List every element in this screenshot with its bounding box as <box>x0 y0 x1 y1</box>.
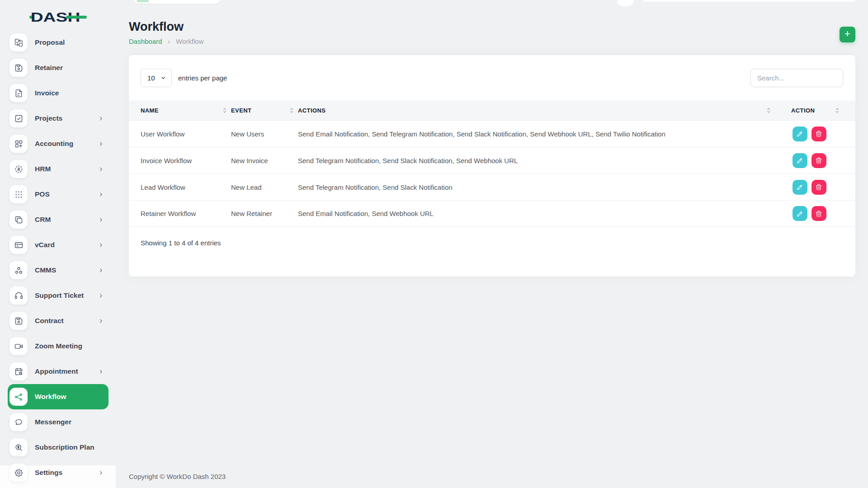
sidebar-item-invoice[interactable]: Invoice <box>8 80 108 106</box>
cell-action-buttons <box>775 127 844 141</box>
sort-icon <box>223 108 226 113</box>
sidebar-item-projects[interactable]: Projects <box>8 106 108 131</box>
column-header-label: ACTIONS <box>298 107 326 114</box>
copyright-text: Copyright © WorkDo Dash 2023 <box>129 473 226 480</box>
clipped-header-chip <box>617 0 634 6</box>
sidebar-item-label: Messenger <box>35 418 71 426</box>
cell-event: New Retainer <box>231 210 298 217</box>
app-frame: DASH Proposal Retainer Invoice Projects <box>0 0 868 488</box>
cell-name: User Workflow <box>141 130 231 138</box>
table-row: User Workflow New Users Send Email Notif… <box>129 120 855 147</box>
column-header-label: EVENT <box>231 107 251 114</box>
sidebar-item-retainer[interactable]: Retainer <box>8 55 108 80</box>
chat-icon <box>9 413 28 431</box>
sidebar-item-accounting[interactable]: Accounting <box>8 131 108 156</box>
chevron-right-icon <box>98 141 104 147</box>
entries-per-page-value: 10 <box>147 74 155 82</box>
sidebar-item-contract[interactable]: Contract <box>8 308 108 333</box>
sidebar-item-label: Support Ticket <box>35 291 84 300</box>
chevron-right-icon <box>98 267 104 273</box>
sidebar-item-pos[interactable]: POS <box>8 182 108 207</box>
delete-button[interactable] <box>811 153 826 168</box>
trash-icon <box>815 157 822 164</box>
clipped-header-pill <box>137 0 149 2</box>
sidebar-item-vcard[interactable]: vCard <box>8 232 108 258</box>
cell-action-buttons <box>775 206 844 221</box>
copy-icon <box>9 211 28 229</box>
cell-name: Retainer Workflow <box>141 210 231 217</box>
breadcrumb-dashboard-link[interactable]: Dashboard <box>129 38 162 45</box>
column-header-action[interactable]: ACTION <box>775 107 844 114</box>
edit-button[interactable] <box>793 180 807 195</box>
pencil-icon <box>796 210 803 217</box>
column-header-name[interactable]: NAME <box>141 107 231 114</box>
sidebar-item-label: Contract <box>35 317 64 325</box>
grid-add-icon <box>9 135 28 153</box>
calendar-clock-icon <box>9 362 28 380</box>
sidebar-item-label: HRM <box>35 165 51 173</box>
cell-action-buttons <box>775 153 844 168</box>
sidebar-item-workflow[interactable]: Workflow <box>8 384 108 409</box>
sidebar-item-label: Zoom Meeting <box>35 342 82 350</box>
share-nodes-icon <box>9 388 28 406</box>
sort-icon <box>290 108 293 113</box>
pencil-icon <box>796 183 803 191</box>
chevron-right-icon <box>98 242 104 248</box>
edit-button[interactable] <box>793 127 807 141</box>
delete-button[interactable] <box>811 180 826 195</box>
sidebar-item-appointment[interactable]: Appointment <box>8 359 108 384</box>
sort-icon <box>835 108 839 113</box>
chevron-right-icon <box>98 116 104 122</box>
workflow-table-card: 10 entries per page NAME EVENT ACTIONS <box>129 55 855 277</box>
column-header-event[interactable]: EVENT <box>231 107 298 114</box>
entries-per-page-label: entries per page <box>178 74 227 82</box>
table-header-row: NAME EVENT ACTIONS ACTION <box>129 100 855 120</box>
grid-dots-icon <box>9 185 28 203</box>
clipped-header-card <box>133 0 221 4</box>
dash-logo[interactable]: DASH <box>29 8 87 26</box>
table-row: Invoice Workflow New Invoice Send Telegr… <box>129 147 855 174</box>
sidebar-item-label: POS <box>35 190 50 198</box>
sidebar-item-hrm[interactable]: HRM <box>8 156 108 182</box>
floppy-icon <box>9 59 28 77</box>
sidebar-item-label: Accounting <box>35 140 73 148</box>
sidebar-item-proposal[interactable]: Proposal <box>8 30 108 55</box>
column-header-label: ACTION <box>791 107 815 114</box>
sidebar-item-label: Workflow <box>35 393 66 401</box>
pencil-icon <box>796 157 803 164</box>
sidebar-item-label: CRM <box>35 216 51 224</box>
entries-per-page-select[interactable]: 10 <box>141 69 172 87</box>
edit-button[interactable] <box>793 206 807 221</box>
edit-button[interactable] <box>793 153 807 168</box>
user-focus-icon <box>9 160 28 178</box>
add-workflow-button[interactable]: + <box>840 27 855 42</box>
sidebar-item-messenger[interactable]: Messenger <box>8 409 108 435</box>
chevron-right-icon <box>98 166 104 172</box>
sidebar-item-label: Projects <box>35 114 62 122</box>
table-row: Lead Workflow New Lead Send Telegram Not… <box>129 174 855 200</box>
cell-name: Invoice Workflow <box>141 157 231 164</box>
cell-actions: Send Email Notification, Send Telegram N… <box>298 130 775 138</box>
sort-icon <box>767 108 770 113</box>
delete-button[interactable] <box>811 127 826 141</box>
circles-icon <box>9 261 28 279</box>
search-input[interactable] <box>750 69 843 87</box>
sidebar-item-crm[interactable]: CRM <box>8 207 108 232</box>
sidebar-item-label: Retainer <box>35 64 63 72</box>
delete-button[interactable] <box>811 206 826 221</box>
cell-event: New Users <box>231 130 298 138</box>
sidebar-item-label: Appointment <box>35 367 78 375</box>
column-header-actions[interactable]: ACTIONS <box>298 107 775 114</box>
logo-green-bar <box>66 16 87 19</box>
sidebar-item-settings[interactable]: Settings <box>8 460 108 485</box>
sidebar-item-support-ticket[interactable]: Support Ticket <box>8 283 108 308</box>
cell-actions: Send Telegram Notification, Send Slack N… <box>298 183 775 191</box>
sidebar-item-cmms[interactable]: CMMS <box>8 258 108 283</box>
workflow-table: NAME EVENT ACTIONS ACTION User Workflow <box>129 100 855 227</box>
breadcrumb: Dashboard › Workflow <box>129 38 203 45</box>
checkbox-icon <box>9 109 28 127</box>
sidebar-item-subscription-plan[interactable]: Subscription Plan <box>8 435 108 460</box>
breadcrumb-current: Workflow <box>176 38 203 45</box>
sidebar-item-zoom-meeting[interactable]: Zoom Meeting <box>8 333 108 359</box>
floppy-icon <box>9 312 28 330</box>
